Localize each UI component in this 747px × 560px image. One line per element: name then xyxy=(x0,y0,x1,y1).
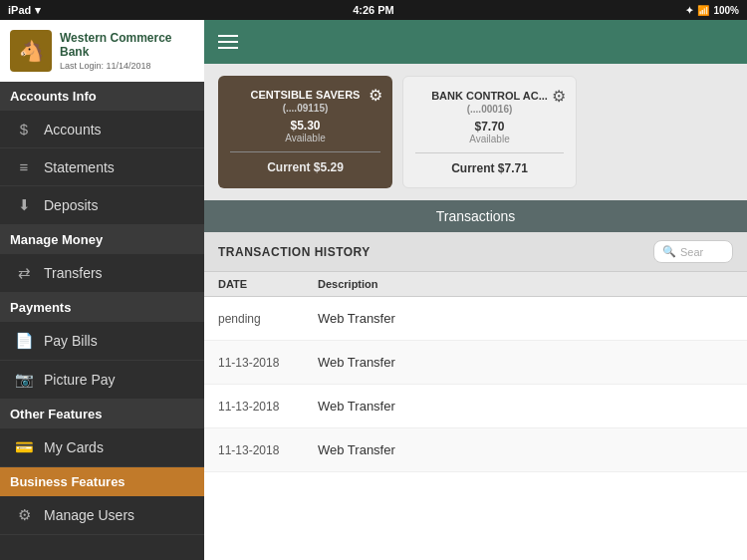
battery-level: 100% xyxy=(713,5,739,16)
sidebar-item-manage-users[interactable]: ⚙ Manage Users xyxy=(0,496,204,535)
card-settings-2[interactable]: ⚙ xyxy=(552,87,566,106)
txn-desc-3: Web Transfer xyxy=(318,442,395,457)
card-divider-1 xyxy=(230,151,380,152)
search-icon: 🔍 xyxy=(662,245,676,258)
card-icon: 💳 xyxy=(14,438,34,456)
card-name-2: BANK CONTROL AC... xyxy=(415,89,564,103)
status-time: 4:26 PM xyxy=(353,4,394,16)
top-bar xyxy=(204,20,747,64)
txn-desc-0: Web Transfer xyxy=(318,311,395,326)
txn-desc-1: Web Transfer xyxy=(318,355,395,370)
status-left: iPad ▾ xyxy=(8,4,41,17)
sidebar-label-manage-users: Manage Users xyxy=(44,507,134,523)
account-card-1[interactable]: ⚙ CENTSIBLE SAVERS (....09115) $5.30 Ava… xyxy=(218,76,392,188)
sidebar-item-transfers[interactable]: ⇄ Transfers xyxy=(0,254,204,293)
txn-date-3: 11-13-2018 xyxy=(218,443,318,457)
card-name-1: CENTSIBLE SAVERS xyxy=(230,88,380,102)
transaction-history-bar: TRANSACTION HISTORY 🔍 Sear xyxy=(204,232,747,272)
sidebar-label-accounts: Accounts xyxy=(44,122,102,138)
wifi-icon: ▾ xyxy=(35,4,41,17)
card-current-1: Current $5.29 xyxy=(230,160,380,174)
sidebar-label-pay-bills: Pay Bills xyxy=(44,333,98,349)
table-row: 11-13-2018 Web Transfer xyxy=(204,341,747,385)
transaction-list: pending Web Transfer 11-13-2018 Web Tran… xyxy=(204,297,747,560)
sidebar: 🐴 Western CommerceBank Last Login: 11/14… xyxy=(0,20,204,560)
ipad-label: iPad xyxy=(8,4,31,16)
sidebar-label-my-cards: My Cards xyxy=(44,439,104,455)
sidebar-logo: 🐴 Western CommerceBank Last Login: 11/14… xyxy=(0,20,204,82)
card-available-label-2: Available xyxy=(415,134,564,144)
table-row: 11-13-2018 Web Transfer xyxy=(204,385,747,428)
hamburger-line-1 xyxy=(218,35,238,37)
hamburger-line-2 xyxy=(218,41,238,43)
deposit-icon: ⬇ xyxy=(14,196,34,214)
card-available-2: $7.70 xyxy=(415,120,564,134)
sidebar-item-statements[interactable]: ≡ Statements xyxy=(0,148,204,186)
sidebar-item-pay-bills[interactable]: 📄 Pay Bills xyxy=(0,322,204,361)
card-divider-2 xyxy=(415,152,564,153)
section-header-business-features[interactable]: Business Features xyxy=(0,467,204,496)
card-available-label-1: Available xyxy=(230,133,380,143)
column-header-date: DATE xyxy=(218,278,318,290)
sidebar-label-picture-pay: Picture Pay xyxy=(44,372,116,388)
transaction-history-label: TRANSACTION HISTORY xyxy=(218,245,371,259)
section-header-other-features[interactable]: Other Features xyxy=(0,400,204,428)
transactions-tab[interactable]: Transactions xyxy=(204,200,747,232)
app-container: 🐴 Western CommerceBank Last Login: 11/14… xyxy=(0,20,747,560)
search-box[interactable]: 🔍 Sear xyxy=(653,240,733,263)
status-right: ✦ 📶 100% xyxy=(685,5,739,16)
section-header-accounts-info[interactable]: Accounts Info xyxy=(0,82,204,111)
search-placeholder: Sear xyxy=(680,246,703,258)
account-cards-container: ⚙ CENTSIBLE SAVERS (....09115) $5.30 Ava… xyxy=(204,64,747,200)
main-content: ⚙ CENTSIBLE SAVERS (....09115) $5.30 Ava… xyxy=(204,20,747,560)
logo-text: Western CommerceBank Last Login: 11/14/2… xyxy=(60,31,172,72)
hamburger-line-3 xyxy=(218,47,238,49)
dollar-icon: $ xyxy=(14,121,34,138)
sidebar-label-deposits: Deposits xyxy=(44,197,98,213)
bills-icon: 📄 xyxy=(14,332,34,350)
card-number-2: (....00016) xyxy=(415,103,564,116)
card-available-1: $5.30 xyxy=(230,119,380,133)
logo-icon: 🐴 xyxy=(10,30,52,72)
card-number-1: (....09115) xyxy=(230,102,380,115)
txn-date-2: 11-13-2018 xyxy=(218,400,318,414)
account-card-2[interactable]: ⚙ BANK CONTROL AC... (....00016) $7.70 A… xyxy=(402,76,577,188)
table-row: 11-13-2018 Web Transfer xyxy=(204,428,747,472)
sidebar-item-my-cards[interactable]: 💳 My Cards xyxy=(0,428,204,467)
sidebar-label-statements: Statements xyxy=(44,159,115,175)
table-header: DATE Description xyxy=(204,272,747,297)
bank-name: Western CommerceBank xyxy=(60,31,172,60)
sidebar-item-accounts[interactable]: $ Accounts xyxy=(0,111,204,148)
svg-text:🐴: 🐴 xyxy=(19,39,44,63)
section-header-payments[interactable]: Payments xyxy=(0,293,204,322)
txn-date-0: pending xyxy=(218,312,318,326)
table-row: pending Web Transfer xyxy=(204,297,747,341)
last-login: Last Login: 11/14/2018 xyxy=(60,61,172,71)
column-header-description: Description xyxy=(318,278,378,290)
list-icon: ≡ xyxy=(14,158,34,175)
txn-date-1: 11-13-2018 xyxy=(218,356,318,370)
card-current-2: Current $7.71 xyxy=(415,161,564,175)
bluetooth-icon: ✦ xyxy=(685,5,693,16)
card-settings-1[interactable]: ⚙ xyxy=(369,86,382,105)
users-icon: ⚙ xyxy=(14,506,34,524)
hamburger-menu[interactable] xyxy=(218,35,238,49)
wifi-signal-icon: 📶 xyxy=(697,5,709,16)
sidebar-item-deposits[interactable]: ⬇ Deposits xyxy=(0,186,204,225)
txn-desc-2: Web Transfer xyxy=(318,399,395,414)
camera-icon: 📷 xyxy=(14,371,34,389)
status-bar: iPad ▾ 4:26 PM ✦ 📶 100% xyxy=(0,0,747,20)
sidebar-item-picture-pay[interactable]: 📷 Picture Pay xyxy=(0,361,204,400)
transfer-icon: ⇄ xyxy=(14,264,34,282)
sidebar-label-transfers: Transfers xyxy=(44,265,103,281)
section-header-manage-money[interactable]: Manage Money xyxy=(0,225,204,254)
